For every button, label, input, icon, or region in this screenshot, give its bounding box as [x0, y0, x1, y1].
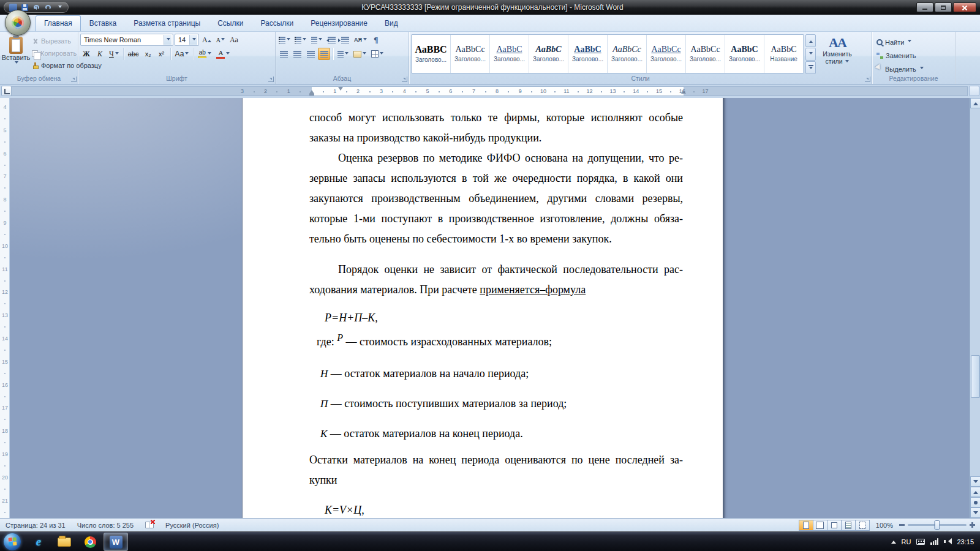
tab-Рецензирование[interactable]: Рецензирование	[302, 15, 376, 31]
underline-button[interactable]: Ч	[107, 48, 121, 60]
highlight-button[interactable]: ab	[196, 48, 213, 60]
word-count[interactable]: Число слов: 5 255	[72, 519, 140, 531]
numbering-button[interactable]	[293, 34, 308, 46]
horizontal-ruler[interactable]: 1231234567891011121314151617	[11, 86, 968, 96]
align-left-button[interactable]	[277, 48, 290, 60]
font-dialog-launcher[interactable]	[268, 77, 274, 82]
select-button[interactable]: Выделить	[874, 63, 953, 75]
web-layout-view-button[interactable]	[827, 520, 842, 531]
office-button[interactable]	[5, 10, 31, 36]
line-spacing-button[interactable]	[336, 48, 350, 60]
undo-button[interactable]	[31, 3, 41, 12]
draft-view-button[interactable]	[855, 520, 870, 531]
next-page-button[interactable]	[970, 508, 980, 518]
bold-button[interactable]: Ж	[80, 48, 92, 60]
language-indicator[interactable]: Русский (Россия)	[160, 519, 225, 531]
subscript-button[interactable]: x₂	[142, 48, 154, 60]
maximize-button[interactable]	[935, 2, 952, 12]
replace-button[interactable]: Заменить	[874, 50, 953, 61]
scroll-down-button[interactable]	[970, 476, 980, 487]
paragraph-dialog-launcher[interactable]	[402, 77, 407, 82]
styles-dialog-launcher[interactable]	[865, 77, 870, 82]
change-case-button[interactable]: Аа	[173, 48, 191, 60]
style-item-9[interactable]: AaBbCЗаголово...	[725, 35, 764, 73]
taskbar-word-active[interactable]: W	[104, 533, 128, 551]
font-size-combo[interactable]: 14	[175, 34, 199, 46]
document-page[interactable]: способ могут использовать только те фирм…	[242, 98, 723, 518]
left-indent-marker[interactable]	[309, 94, 314, 96]
redo-button[interactable]	[43, 3, 53, 12]
shading-button[interactable]	[352, 48, 368, 60]
tab-Вставка[interactable]: Вставка	[81, 15, 126, 31]
style-item-6[interactable]: AaBbCcЗаголово...	[608, 35, 647, 73]
volume-icon[interactable]	[944, 538, 951, 545]
font-size-dropdown[interactable]	[189, 35, 197, 45]
justify-button[interactable]	[318, 48, 330, 60]
fullscreen-reading-view-button[interactable]	[813, 520, 827, 531]
print-layout-view-button[interactable]	[799, 520, 813, 531]
superscript-button[interactable]: x²	[156, 48, 168, 60]
find-button[interactable]: Найти	[874, 36, 953, 48]
style-item-4[interactable]: AaBbCЗаголово...	[529, 35, 568, 73]
paste-button[interactable]: Вставить	[2, 34, 30, 74]
shrink-font-button[interactable]: А	[214, 34, 227, 46]
hanging-indent-marker[interactable]	[309, 88, 314, 94]
page-indicator[interactable]: Страница: 24 из 31	[0, 519, 72, 531]
style-item-3[interactable]: AaBbCЗаголово...	[490, 35, 529, 73]
scroll-up-button[interactable]	[970, 98, 980, 108]
taskbar-file-explorer[interactable]	[52, 533, 77, 551]
taskbar-internet-explorer[interactable]: e	[26, 533, 51, 551]
font-family-combo[interactable]: Times New Roman	[80, 34, 173, 46]
multilevel-list-button[interactable]	[309, 34, 324, 46]
show-marks-button[interactable]: ¶	[370, 34, 382, 46]
align-center-button[interactable]	[291, 48, 303, 60]
taskbar-browser[interactable]	[78, 533, 102, 551]
document-text[interactable]: способ могут использовать только те фирм…	[309, 108, 683, 518]
tab-Главная[interactable]: Главная	[36, 15, 81, 31]
grow-font-button[interactable]: А	[200, 34, 213, 46]
styles-more-button[interactable]	[805, 61, 816, 74]
minimize-button[interactable]	[916, 2, 933, 12]
vertical-ruler[interactable]: 456789101112131415161718192021	[0, 98, 10, 518]
style-item-2[interactable]: AaBbCcЗаголово...	[451, 35, 490, 73]
sort-button[interactable]: АЯ	[352, 34, 369, 46]
zoom-track[interactable]	[908, 524, 967, 526]
increase-indent-button[interactable]	[339, 34, 351, 46]
tab-Рассылки[interactable]: Рассылки	[252, 15, 302, 31]
keyboard-layout-icon[interactable]	[916, 539, 925, 545]
align-right-button[interactable]	[304, 48, 317, 60]
tab-Разметка страницы[interactable]: Разметка страницы	[125, 15, 209, 31]
font-color-button[interactable]: А	[214, 48, 232, 60]
start-button[interactable]	[4, 533, 21, 550]
styles-scroll-up-button[interactable]	[805, 34, 816, 47]
close-button[interactable]	[953, 2, 976, 12]
style-item-8[interactable]: AaBbCcЗаголово...	[686, 35, 725, 73]
zoom-in-button[interactable]	[970, 522, 975, 528]
show-hidden-icons-button[interactable]	[891, 538, 896, 544]
language-switcher[interactable]: RU	[902, 538, 911, 545]
decrease-indent-button[interactable]	[325, 34, 337, 46]
first-line-indent-marker[interactable]	[338, 87, 343, 93]
style-item-7[interactable]: AaBbCcЗаголово...	[647, 35, 686, 73]
zoom-thumb[interactable]	[935, 520, 940, 530]
network-icon[interactable]	[930, 538, 938, 545]
select-browse-object-button[interactable]	[970, 497, 980, 508]
outline-view-button[interactable]	[841, 520, 856, 531]
clock[interactable]: 23:15	[957, 538, 974, 545]
italic-button[interactable]: К	[94, 48, 106, 60]
zoom-level-button[interactable]: 100%	[872, 522, 897, 529]
qat-customize-button[interactable]	[55, 3, 64, 12]
font-family-dropdown[interactable]	[164, 35, 172, 45]
style-item-1[interactable]: АаВВСЗаголово...	[412, 35, 451, 73]
tab-Ссылки[interactable]: Ссылки	[209, 15, 252, 31]
scrollbar-thumb[interactable]	[971, 355, 980, 398]
proofing-status[interactable]	[140, 519, 160, 531]
strikethrough-button[interactable]: abc	[126, 48, 141, 60]
zoom-out-button[interactable]	[899, 524, 905, 526]
clipboard-dialog-launcher[interactable]	[71, 77, 77, 82]
previous-page-button[interactable]	[970, 487, 980, 497]
borders-button[interactable]	[369, 48, 385, 60]
clear-formatting-button[interactable]: Аа	[228, 34, 240, 46]
style-item-10[interactable]: AaBbCНазвание	[764, 35, 804, 73]
tab-stop-selector[interactable]	[1, 86, 12, 96]
